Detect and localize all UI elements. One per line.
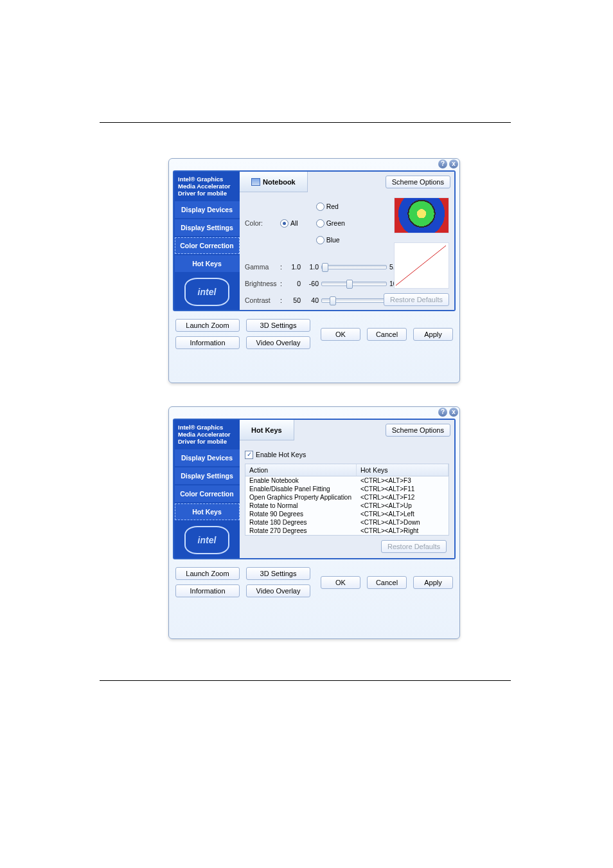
svg-line-0	[396, 246, 446, 285]
table-row[interactable]: Enable Notebook<CTRL><ALT>F3	[245, 476, 449, 485]
radio-green[interactable]	[316, 219, 324, 228]
3d-settings-button[interactable]: 3D Settings	[246, 319, 310, 332]
gamma-slider[interactable]	[321, 265, 387, 269]
hotkey-cell: <CTRL><ALT>Left	[357, 510, 449, 518]
table-row[interactable]: Open Graphics Property Application<CTRL>…	[245, 493, 449, 502]
hotkey-cell: <CTRL><ALT>Up	[357, 502, 449, 510]
hotkey-cell: <CTRL><ALT>F11	[357, 485, 449, 493]
radio-green-label: Green	[326, 219, 345, 227]
enable-hotkeys-label: Enable Hot Keys	[256, 451, 306, 458]
brightness-label: Brightness	[245, 280, 280, 287]
hotkey-cell: <CTRL><ALT>F3	[357, 476, 449, 485]
contrast-value: 50	[284, 296, 301, 304]
tab-label: Notebook	[263, 178, 296, 186]
close-icon[interactable]: x	[449, 159, 458, 168]
table-row[interactable]: Rotate 180 Degrees<CTRL><ALT>Down	[245, 518, 449, 527]
radio-red[interactable]	[316, 203, 324, 211]
brand-text: Intel® Graphics Media Accelerator Driver…	[174, 174, 240, 201]
table-row[interactable]: Rotate 90 Degrees<CTRL><ALT>Left	[245, 510, 449, 518]
action-cell: Rotate to Normal	[245, 502, 357, 510]
help-icon[interactable]: ?	[438, 159, 447, 168]
radio-blue[interactable]	[316, 236, 324, 244]
sidebar-item-display-devices[interactable]: Display Devices	[175, 201, 240, 218]
sidebar-item-display-devices[interactable]: Display Devices	[175, 449, 240, 466]
launch-zoom-button[interactable]: Launch Zoom	[175, 567, 240, 580]
radio-blue-label: Blue	[326, 236, 340, 244]
brightness-min: -60	[305, 280, 319, 287]
table-row[interactable]: Rotate to Normal<CTRL><ALT>Up	[245, 502, 449, 510]
color-preview	[394, 197, 449, 233]
gamma-label: Gamma	[245, 263, 280, 271]
action-cell: Enable/Disable Panel Fitting	[245, 485, 357, 493]
action-cell: Rotate 270 Degrees	[245, 527, 357, 535]
col-hotkeys[interactable]: Hot Keys	[357, 464, 449, 476]
divider	[100, 122, 511, 123]
tab-notebook[interactable]: Notebook	[240, 172, 308, 192]
action-cell: Enable Notebook	[245, 476, 357, 485]
scheme-options-button[interactable]: Scheme Options	[386, 176, 450, 188]
cancel-button[interactable]: Cancel	[367, 328, 407, 341]
intel-logo: intel	[184, 278, 229, 306]
sidebar-item-color-correction[interactable]: Color Correction	[175, 485, 240, 502]
video-overlay-button[interactable]: Video Overlay	[246, 584, 310, 597]
radio-all-label: All	[290, 219, 298, 227]
close-icon[interactable]: x	[449, 408, 458, 417]
brightness-slider[interactable]	[321, 282, 387, 286]
gamma-value: 1.0	[284, 263, 301, 271]
information-button[interactable]: Information	[175, 336, 240, 349]
sidebar-item-hot-keys[interactable]: Hot Keys	[175, 503, 240, 520]
action-cell: Open Graphics Property Application	[245, 493, 357, 502]
table-row[interactable]: Rotate 270 Degrees<CTRL><ALT>Right	[245, 527, 449, 535]
titlebar: ? x	[169, 407, 459, 417]
intel-logo: intel	[184, 526, 229, 554]
sidebar-item-display-settings[interactable]: Display Settings	[175, 219, 240, 236]
radio-red-label: Red	[326, 203, 339, 210]
brand-text: Intel® Graphics Media Accelerator Driver…	[174, 422, 240, 449]
3d-settings-button[interactable]: 3D Settings	[246, 567, 310, 580]
col-action[interactable]: Action	[245, 464, 357, 476]
ok-button[interactable]: OK	[321, 576, 360, 589]
gamma-min: 1.0	[305, 263, 319, 271]
sidebar: Intel® Graphics Media Accelerator Driver…	[174, 172, 240, 310]
gamma-curve	[394, 242, 449, 289]
information-button[interactable]: Information	[175, 584, 240, 597]
sidebar: Intel® Graphics Media Accelerator Driver…	[174, 420, 240, 558]
intel-graphics-dialog-hotkeys: ? x Intel® Graphics Media Accelerator Dr…	[168, 406, 460, 639]
sidebar-item-color-correction[interactable]: Color Correction	[175, 237, 240, 254]
monitor-icon	[251, 178, 260, 186]
hotkeys-table: Action Hot Keys Enable Notebook<CTRL><AL…	[245, 464, 449, 536]
restore-defaults-button[interactable]: Restore Defaults	[384, 293, 449, 306]
titlebar: ? x	[169, 159, 459, 169]
radio-all[interactable]	[280, 219, 289, 228]
action-cell: Rotate 180 Degrees	[245, 518, 357, 527]
cancel-button[interactable]: Cancel	[367, 576, 407, 589]
hotkey-cell: <CTRL><ALT>F12	[357, 493, 449, 502]
tab-hotkeys[interactable]: Hot Keys	[240, 420, 294, 440]
table-row[interactable]: Enable/Disable Panel Fitting<CTRL><ALT>F…	[245, 485, 449, 493]
video-overlay-button[interactable]: Video Overlay	[246, 336, 310, 349]
action-cell: Rotate 90 Degrees	[245, 510, 357, 518]
sidebar-item-display-settings[interactable]: Display Settings	[175, 467, 240, 484]
hotkey-cell: <CTRL><ALT>Down	[357, 518, 449, 527]
color-label: Color:	[245, 219, 280, 227]
scheme-options-button[interactable]: Scheme Options	[386, 424, 450, 437]
divider	[100, 680, 511, 681]
launch-zoom-button[interactable]: Launch Zoom	[175, 319, 240, 332]
tab-label: Hot Keys	[251, 426, 282, 434]
brightness-value: 0	[284, 280, 301, 287]
apply-button[interactable]: Apply	[413, 576, 453, 589]
header-tabs: Notebook	[240, 172, 308, 192]
hotkey-cell: <CTRL><ALT>Right	[357, 527, 449, 535]
contrast-label: Contrast	[245, 296, 280, 304]
ok-button[interactable]: OK	[321, 328, 360, 341]
help-icon[interactable]: ?	[438, 408, 447, 417]
enable-hotkeys-checkbox[interactable]	[245, 451, 253, 459]
apply-button[interactable]: Apply	[413, 328, 453, 341]
header-tabs: Hot Keys	[240, 420, 294, 440]
intel-graphics-dialog: ? x Intel® Graphics Media Accelerator Dr…	[168, 158, 460, 383]
contrast-min: 40	[305, 296, 319, 304]
contrast-slider[interactable]	[321, 298, 387, 303]
restore-defaults-button[interactable]: Restore Defaults	[381, 540, 447, 553]
sidebar-item-hot-keys[interactable]: Hot Keys	[175, 255, 240, 272]
